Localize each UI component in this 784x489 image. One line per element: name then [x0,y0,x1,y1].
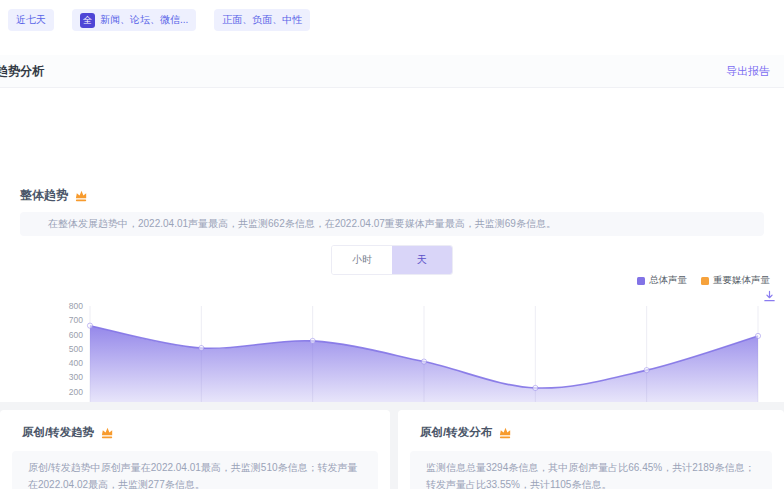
crown-icon [74,188,89,203]
svg-text:300: 300 [69,372,83,382]
svg-text:700: 700 [69,315,83,325]
original-repost-distribution-card: 原创/转发分布 监测信息总量3294条信息，其中原创声量占比66.45%，共计2… [398,410,784,489]
page-title: 趋势分析 [0,63,44,80]
filter-chip-sources[interactable]: 全 新闻、论坛、微信... [72,9,196,31]
toggle-hour-button[interactable]: 小时 [332,246,392,274]
chart-legend: 总体声量 重要媒体声量 [637,274,770,287]
overall-trend-title: 整体趋势 [20,187,68,204]
filter-bar: 近七天 全 新闻、论坛、微信... 正面、负面、中性 [8,9,310,31]
bottom-section: 原创/转发趋势 原创/转发趋势中原创声量在2022.04.01最高，共监测510… [0,402,784,489]
legend-swatch-media [701,277,709,285]
legend-label-media: 重要媒体声量 [713,274,770,287]
legend-label-total: 总体声量 [649,274,687,287]
granularity-toggle: 小时 天 [331,245,453,275]
svg-text:400: 400 [69,358,83,368]
sources-icon: 全 [80,13,95,28]
filter-chip-sources-label: 新闻、论坛、微信... [100,13,188,27]
filter-chip-time-range[interactable]: 近七天 [8,9,54,31]
legend-swatch-total [637,277,645,285]
export-report-link[interactable]: 导出报告 [726,64,770,79]
analytics-page: 近七天 全 新闻、论坛、微信... 正面、负面、中性 趋势分析 导出报告 整体趋… [0,0,784,489]
svg-text:200: 200 [69,387,83,397]
crown-icon [100,425,115,440]
svg-text:500: 500 [69,344,83,354]
original-repost-distribution-summary: 监测信息总量3294条信息，其中原创声量占比66.45%，共计2189条信息；转… [410,451,772,489]
overall-trend-summary: 在整体发展趋势中，2022.04.01声量最高，共监测662条信息，在2022.… [20,212,764,236]
filter-chip-sentiment[interactable]: 正面、负面、中性 [214,9,310,31]
svg-text:600: 600 [69,330,83,340]
svg-text:800: 800 [69,301,83,311]
legend-item-media[interactable]: 重要媒体声量 [701,274,770,287]
original-repost-trend-summary: 原创/转发趋势中原创声量在2022.04.01最高，共监测510条信息；转发声量… [12,451,378,489]
original-repost-trend-card: 原创/转发趋势 原创/转发趋势中原创声量在2022.04.01最高，共监测510… [0,410,390,489]
section-header: 趋势分析 导出报告 [0,55,784,88]
overall-trend-card: 整体趋势 在整体发展趋势中，2022.04.01声量最高，共监测662条信息，在… [0,88,784,402]
original-repost-distribution-title: 原创/转发分布 [420,425,492,440]
legend-item-total[interactable]: 总体声量 [637,274,687,287]
crown-icon [498,425,513,440]
original-repost-trend-title: 原创/转发趋势 [22,425,94,440]
toggle-day-button[interactable]: 天 [392,246,452,274]
